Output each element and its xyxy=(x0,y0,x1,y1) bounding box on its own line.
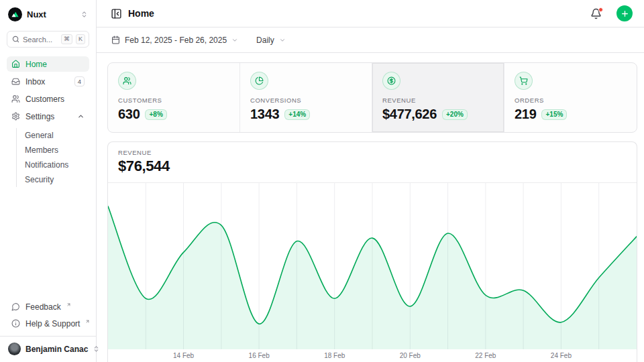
stat-card-conversions[interactable]: CONVERSIONS 1343 +14% xyxy=(240,63,372,132)
top-header: Home xyxy=(97,0,644,27)
sidebar-item-security[interactable]: Security xyxy=(19,172,89,187)
sidebar-item-inbox[interactable]: Inbox 4 xyxy=(7,74,89,89)
search-input[interactable] xyxy=(23,36,58,44)
sidebar-toggle-icon[interactable] xyxy=(111,8,122,19)
notification-dot xyxy=(598,7,603,12)
kbd-k: K xyxy=(76,34,85,44)
add-button[interactable] xyxy=(616,5,633,21)
chart-pie-icon xyxy=(250,72,268,90)
stat-label: CUSTOMERS xyxy=(118,97,229,104)
xaxis-tick-label: 14 Feb xyxy=(173,352,194,359)
nuxt-logo-icon xyxy=(8,7,22,21)
stat-card-customers[interactable]: CUSTOMERS 630 +8% xyxy=(108,63,240,132)
inbox-icon xyxy=(11,77,20,86)
date-range-value: Feb 12, 2025 - Feb 26, 2025 xyxy=(125,36,227,45)
sub-item-label: Security xyxy=(25,175,54,184)
calendar-icon xyxy=(111,36,120,44)
page-content: CUSTOMERS 630 +8% CONVERSIONS 1343 +14% xyxy=(97,53,644,362)
external-link-icon xyxy=(85,319,90,324)
sub-item-label: General xyxy=(25,131,54,140)
users-icon xyxy=(118,72,136,90)
chart-header: REVENUE $76,544 xyxy=(108,142,637,183)
revenue-chart-card: REVENUE $76,544 14 Feb16 Feb18 Feb20 Feb… xyxy=(107,141,637,362)
users-icon xyxy=(11,95,20,103)
external-link-icon xyxy=(66,302,71,307)
chart-xaxis: 14 Feb16 Feb18 Feb20 Feb22 Feb24 Feb xyxy=(108,349,637,362)
chevron-up-icon xyxy=(77,113,85,120)
sidebar-item-feedback[interactable]: Feedback xyxy=(7,299,89,314)
chevron-down-icon xyxy=(231,37,238,44)
chart-current-value: $76,544 xyxy=(118,158,627,175)
filters-toolbar: Feb 12, 2025 - Feb 26, 2025 Daily xyxy=(97,27,644,53)
sidebar: Nuxt ⌘ K Home Inb xyxy=(0,0,97,362)
stat-value: $477,626 xyxy=(382,107,437,122)
sidebar-item-label: Settings xyxy=(25,112,72,121)
chat-bubble-icon xyxy=(11,302,20,311)
period-value: Daily xyxy=(256,36,274,45)
stat-card-revenue[interactable]: REVENUE $477,626 +20% xyxy=(372,63,504,132)
chart-plot-area[interactable] xyxy=(108,183,637,349)
sidebar-item-general[interactable]: General xyxy=(19,128,89,143)
search-input-wrapper[interactable]: ⌘ K xyxy=(7,31,89,48)
sidebar-item-home[interactable]: Home xyxy=(7,56,89,72)
period-select[interactable]: Daily xyxy=(256,36,286,45)
xaxis-tick-label: 22 Feb xyxy=(475,352,496,359)
sidebar-item-members[interactable]: Members xyxy=(19,143,89,158)
home-icon xyxy=(11,60,20,68)
stat-value: 1343 xyxy=(250,107,279,122)
date-range-picker[interactable]: Feb 12, 2025 - Feb 26, 2025 xyxy=(111,36,238,45)
workspace-switcher[interactable]: Nuxt xyxy=(7,7,89,21)
sidebar-nav: Home Inbox 4 Customers Settings xyxy=(7,56,89,187)
kbd-cmd: ⌘ xyxy=(61,34,72,44)
stats-row: CUSTOMERS 630 +8% CONVERSIONS 1343 +14% xyxy=(107,62,637,133)
page-title: Home xyxy=(128,8,584,19)
info-circle-icon xyxy=(11,319,20,328)
stat-card-orders[interactable]: ORDERS 219 +15% xyxy=(504,63,637,132)
dollar-circle-icon xyxy=(382,72,400,90)
user-name: Benjamin Canac xyxy=(25,345,88,354)
sidebar-item-label: Feedback xyxy=(25,302,61,312)
settings-sub-list: General Members Notifications Security xyxy=(16,128,89,187)
inbox-count-badge: 4 xyxy=(74,76,85,87)
chevron-down-icon xyxy=(279,37,286,44)
plus-icon xyxy=(621,9,629,18)
sub-item-label: Members xyxy=(25,145,58,155)
stat-label: REVENUE xyxy=(382,97,494,104)
stat-delta-badge: +20% xyxy=(442,109,468,120)
sidebar-item-help-support[interactable]: Help & Support xyxy=(7,316,89,331)
xaxis-tick-label: 18 Feb xyxy=(324,352,345,359)
revenue-chart-svg xyxy=(108,183,637,349)
stat-value: 630 xyxy=(118,107,140,122)
sidebar-item-customers[interactable]: Customers xyxy=(7,91,89,107)
chart-title: REVENUE xyxy=(118,149,627,156)
sidebar-item-label: Customers xyxy=(25,95,85,104)
stat-delta-badge: +14% xyxy=(284,109,310,120)
main-area: Home Feb 12, 2025 - Feb 26, 2025 Daily xyxy=(97,0,644,362)
avatar xyxy=(8,343,21,355)
sidebar-footer: Feedback Help & Support xyxy=(7,299,89,336)
sidebar-item-settings[interactable]: Settings xyxy=(7,109,89,124)
sidebar-item-label: Help & Support xyxy=(25,319,80,328)
stat-delta-badge: +8% xyxy=(145,109,166,120)
stat-delta-badge: +15% xyxy=(541,109,567,120)
stat-label: ORDERS xyxy=(515,97,627,104)
dashboard-app: Nuxt ⌘ K Home Inb xyxy=(0,0,644,362)
sidebar-item-label: Inbox xyxy=(25,77,69,86)
sidebar-item-label: Home xyxy=(25,60,85,69)
xaxis-tick-label: 20 Feb xyxy=(400,352,421,359)
search-icon xyxy=(12,36,19,43)
user-menu[interactable]: Benjamin Canac xyxy=(0,336,96,362)
sidebar-item-notifications[interactable]: Notifications xyxy=(19,158,89,172)
notifications-button[interactable] xyxy=(590,8,602,19)
xaxis-tick-label: 24 Feb xyxy=(551,352,572,359)
stat-value: 219 xyxy=(515,107,536,122)
chevrons-up-down-icon xyxy=(80,11,88,18)
xaxis-tick-label: 16 Feb xyxy=(249,352,270,359)
shopping-cart-icon xyxy=(515,72,533,90)
gear-icon xyxy=(11,112,20,121)
sub-item-label: Notifications xyxy=(25,160,68,170)
workspace-name: Nuxt xyxy=(27,9,76,19)
sidebar-spacer xyxy=(7,187,89,299)
stat-label: CONVERSIONS xyxy=(250,97,362,104)
